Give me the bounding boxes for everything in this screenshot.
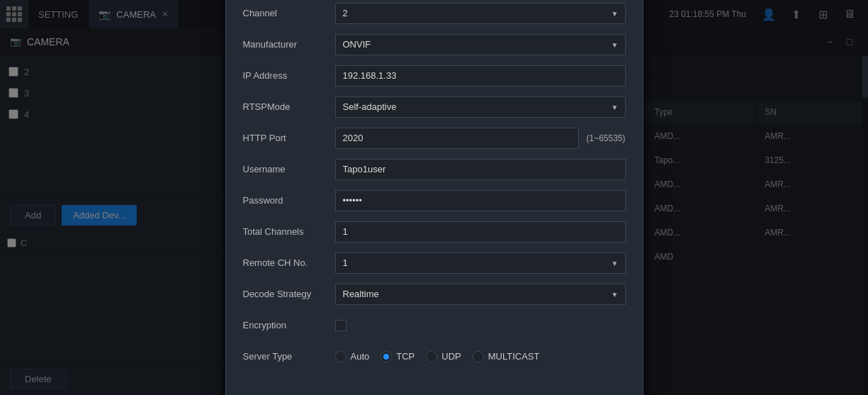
- decode-strategy-label: Decode Strategy: [243, 289, 335, 299]
- radio-tcp-inner: [383, 354, 389, 360]
- radio-auto[interactable]: Auto: [335, 351, 370, 362]
- manufacturer-row: Manufacturer ONVIF ▼: [243, 33, 626, 56]
- channel-row: Channel 2 ▼: [243, 2, 626, 25]
- decode-strategy-select[interactable]: Realtime: [335, 284, 626, 305]
- total-channels-control: [335, 221, 626, 243]
- server-type-radio-group: Auto TCP UDP MULTICAST: [335, 351, 626, 362]
- rtspmode-row: RTSPMode Self-adaptive ▼: [243, 96, 626, 118]
- modify-dialog: Modify ✕ Channel 2 ▼ Manufacturer ONV: [225, 0, 643, 395]
- radio-tcp[interactable]: TCP: [381, 351, 415, 362]
- password-input[interactable]: [335, 190, 626, 211]
- radio-multicast-label: MULTICAST: [488, 351, 540, 362]
- username-input[interactable]: [335, 159, 626, 180]
- password-label: Password: [243, 195, 335, 206]
- http-port-control: (1~65535): [335, 128, 626, 149]
- dialog-footer: OK Cancel: [226, 388, 643, 396]
- server-type-label: Server Type: [243, 351, 335, 362]
- radio-udp-label: UDP: [441, 351, 461, 362]
- password-row: Password: [243, 189, 626, 212]
- remote-ch-select[interactable]: 1: [335, 252, 626, 274]
- manufacturer-select[interactable]: ONVIF: [335, 34, 626, 55]
- remote-ch-select-wrapper: 1 ▼: [335, 252, 626, 274]
- rtspmode-label: RTSPMode: [243, 101, 335, 112]
- radio-tcp-outer: [381, 351, 392, 362]
- ip-address-control: [335, 65, 626, 87]
- radio-multicast-outer: [473, 351, 484, 362]
- channel-select-wrapper: 2 ▼: [335, 3, 626, 24]
- radio-tcp-label: TCP: [396, 351, 415, 362]
- channel-label: Channel: [243, 8, 335, 18]
- radio-udp-outer: [426, 351, 437, 362]
- ip-address-label: IP Address: [243, 70, 335, 81]
- total-channels-input[interactable]: [335, 221, 626, 243]
- manufacturer-select-wrapper: ONVIF ▼: [335, 34, 626, 55]
- radio-auto-label: Auto: [351, 351, 370, 362]
- username-label: Username: [243, 164, 335, 174]
- radio-multicast[interactable]: MULTICAST: [473, 351, 540, 362]
- port-hint: (1~65535): [586, 133, 625, 143]
- http-port-row: HTTP Port (1~65535): [243, 127, 626, 150]
- manufacturer-label: Manufacturer: [243, 39, 335, 50]
- remote-ch-row: Remote CH No. 1 ▼: [243, 252, 626, 274]
- http-port-input[interactable]: [335, 128, 580, 149]
- password-control: [335, 190, 626, 211]
- radio-auto-outer: [335, 351, 346, 362]
- rtspmode-select-wrapper: Self-adaptive ▼: [335, 96, 626, 118]
- server-type-row: Server Type Auto TCP UDP: [243, 345, 626, 368]
- username-control: [335, 159, 626, 180]
- ip-address-input[interactable]: [335, 65, 626, 87]
- rtspmode-select[interactable]: Self-adaptive: [335, 96, 626, 118]
- username-row: Username: [243, 158, 626, 181]
- remote-ch-label: Remote CH No.: [243, 257, 335, 268]
- decode-strategy-select-wrapper: Realtime ▼: [335, 284, 626, 305]
- channel-select[interactable]: 2: [335, 3, 626, 24]
- total-channels-label: Total Channels: [243, 226, 335, 237]
- encryption-label: Encryption: [243, 320, 335, 330]
- radio-udp[interactable]: UDP: [426, 351, 461, 362]
- total-channels-row: Total Channels: [243, 221, 626, 243]
- decode-strategy-row: Decode Strategy Realtime ▼: [243, 283, 626, 306]
- ip-address-row: IP Address: [243, 65, 626, 87]
- http-port-label: HTTP Port: [243, 133, 335, 143]
- encryption-checkbox[interactable]: [335, 320, 346, 331]
- dialog-body: Channel 2 ▼ Manufacturer ONVIF ▼: [226, 0, 643, 388]
- encryption-row: Encryption: [243, 314, 626, 337]
- modal-overlay: Modify ✕ Channel 2 ▼ Manufacturer ONV: [0, 0, 868, 395]
